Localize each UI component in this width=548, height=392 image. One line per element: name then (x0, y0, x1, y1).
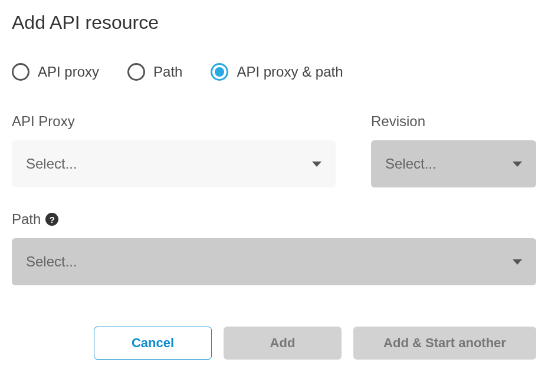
api-proxy-select-value: Select... (26, 156, 77, 172)
radio-unchecked-icon (127, 63, 145, 81)
radio-api-proxy-path-label: API proxy & path (237, 64, 343, 80)
revision-select-value: Select... (385, 156, 437, 172)
radio-api-proxy-label: API proxy (38, 64, 99, 80)
path-select[interactable]: Select... (12, 238, 536, 285)
add-button[interactable]: Add (224, 327, 342, 360)
radio-checked-icon (211, 63, 228, 81)
chevron-down-icon (513, 162, 522, 167)
action-buttons: Cancel Add Add & Start another (12, 327, 536, 360)
path-label-row: Path ? (12, 211, 536, 228)
path-field: Path ? Select... (12, 211, 536, 285)
resource-type-radio-group: API proxy Path API proxy & path (12, 63, 536, 81)
revision-field: Revision Select... (371, 113, 536, 187)
chevron-down-icon (312, 162, 321, 167)
help-icon[interactable]: ? (45, 213, 58, 226)
revision-select[interactable]: Select... (371, 140, 536, 187)
path-label: Path (12, 211, 41, 228)
path-select-value: Select... (26, 253, 77, 270)
api-proxy-select[interactable]: Select... (12, 140, 336, 187)
api-proxy-field: API Proxy Select... (12, 113, 336, 187)
radio-path-label: Path (153, 64, 182, 80)
chevron-down-icon (513, 259, 522, 265)
radio-unchecked-icon (12, 63, 29, 81)
radio-api-proxy[interactable]: API proxy (12, 63, 99, 81)
revision-label: Revision (371, 113, 536, 130)
add-start-another-button[interactable]: Add & Start another (353, 327, 536, 360)
radio-api-proxy-path[interactable]: API proxy & path (211, 63, 343, 81)
page-title: Add API resource (12, 12, 536, 34)
cancel-button[interactable]: Cancel (94, 327, 212, 360)
api-proxy-label: API Proxy (12, 113, 336, 130)
radio-path[interactable]: Path (127, 63, 182, 81)
